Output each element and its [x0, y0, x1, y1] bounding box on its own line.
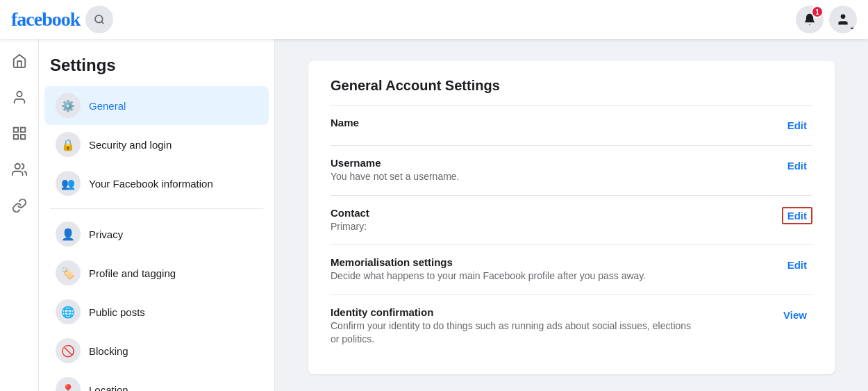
topnav: facebook 1 — [0, 0, 868, 39]
sidebar: Settings ⚙️ General 🔒 Security and login… — [39, 39, 275, 391]
svg-point-8 — [15, 164, 19, 169]
notification-button[interactable]: 1 — [796, 6, 824, 33]
row-identity-label: Identity confirmation — [331, 306, 761, 318]
svg-point-2 — [841, 15, 846, 19]
friends-icon — [12, 162, 27, 177]
location-icon: 📍 — [56, 377, 81, 391]
blocking-icon: 🚫 — [56, 338, 81, 363]
search-button[interactable] — [85, 6, 113, 33]
svg-rect-5 — [20, 128, 24, 132]
sidebar-item-profile-tagging[interactable]: 🏷️ Profile and tagging — [44, 253, 269, 292]
sidebar-item-general[interactable]: ⚙️ General — [44, 86, 269, 125]
settings-row-identity: Identity confirmation Confirm your ident… — [331, 294, 812, 358]
sidebar-title: Settings — [39, 50, 274, 86]
identity-view-button[interactable]: View — [778, 306, 812, 324]
icon-nav — [0, 39, 39, 391]
notification-badge: 1 — [811, 6, 824, 18]
grid-icon — [12, 126, 27, 141]
row-identity-action: View — [778, 306, 812, 324]
sidebar-divider-1 — [50, 208, 263, 209]
public-posts-icon: 🌐 — [56, 299, 81, 324]
link-icon — [12, 198, 27, 213]
topnav-left: facebook — [11, 6, 113, 33]
row-mem-value: Decide what happens to your main Faceboo… — [331, 269, 692, 283]
row-identity-left: Identity confirmation Confirm your ident… — [331, 306, 761, 347]
privacy-icon: 👤 — [56, 222, 81, 247]
main-content: General Account Settings Name Edit Usern… — [275, 39, 868, 391]
settings-row-contact: Contact Primary: Edit — [331, 195, 812, 245]
page-wrapper: Settings ⚙️ General 🔒 Security and login… — [0, 39, 868, 391]
search-icon — [94, 14, 105, 25]
facebook-logo: facebook — [11, 8, 80, 31]
settings-card: General Account Settings Name Edit Usern… — [308, 61, 835, 374]
svg-rect-6 — [13, 135, 17, 139]
topnav-right: 1 — [796, 6, 857, 33]
row-mem-label: Memorialisation settings — [331, 256, 765, 268]
sidebar-item-security[interactable]: 🔒 Security and login — [44, 125, 269, 164]
chevron-down-icon — [849, 25, 856, 32]
settings-row-memorialisation: Memorialisation settings Decide what hap… — [331, 244, 812, 294]
nav-grid-button[interactable] — [3, 117, 36, 150]
profile-tagging-icon: 🏷️ — [56, 260, 81, 285]
settings-row-username: Username You have not set a username. Ed… — [331, 145, 812, 195]
svg-point-3 — [17, 92, 22, 97]
nav-links-button[interactable] — [3, 189, 36, 222]
sidebar-item-public-posts[interactable]: 🌐 Public posts — [44, 292, 269, 331]
row-username-label: Username — [331, 157, 765, 169]
row-contact-value: Primary: — [331, 220, 692, 234]
row-username-value: You have not set a username. — [331, 170, 692, 184]
general-icon: ⚙️ — [56, 93, 81, 118]
row-contact-label: Contact — [331, 207, 765, 219]
profile-icon — [836, 13, 850, 26]
svg-rect-7 — [20, 135, 24, 139]
username-edit-button[interactable]: Edit — [782, 157, 812, 174]
row-name-action: Edit — [782, 117, 812, 134]
svg-rect-4 — [13, 128, 17, 132]
nav-home-button[interactable] — [3, 44, 36, 78]
settings-row-name: Name Edit — [331, 105, 812, 145]
row-name-left: Name — [331, 117, 765, 130]
sidebar-item-privacy[interactable]: 👤 Privacy — [44, 215, 269, 253]
contact-edit-button[interactable]: Edit — [782, 207, 812, 224]
row-username-action: Edit — [782, 157, 812, 174]
row-name-label: Name — [331, 117, 765, 128]
nav-profile-button[interactable] — [3, 81, 36, 114]
mem-edit-button[interactable]: Edit — [782, 256, 812, 274]
name-edit-button[interactable]: Edit — [782, 117, 812, 134]
row-mem-left: Memorialisation settings Decide what hap… — [331, 256, 765, 283]
sidebar-item-location[interactable]: 📍 Location — [44, 370, 269, 391]
sidebar-item-fb-info[interactable]: 👥 Your Facebook information — [44, 164, 269, 203]
fb-info-icon: 👥 — [56, 171, 81, 196]
card-title: General Account Settings — [331, 78, 812, 94]
profile-button[interactable] — [829, 6, 857, 33]
security-icon: 🔒 — [56, 132, 81, 157]
row-contact-left: Contact Primary: — [331, 207, 765, 234]
svg-line-1 — [101, 22, 103, 24]
row-mem-action: Edit — [782, 256, 812, 274]
row-username-left: Username You have not set a username. — [331, 157, 765, 184]
user-icon — [12, 90, 27, 105]
sidebar-item-blocking[interactable]: 🚫 Blocking — [44, 331, 269, 370]
home-icon — [12, 53, 27, 69]
row-contact-action: Edit — [782, 207, 812, 224]
nav-friends-button[interactable] — [3, 153, 36, 186]
row-identity-value: Confirm your identity to do things such … — [331, 319, 692, 347]
